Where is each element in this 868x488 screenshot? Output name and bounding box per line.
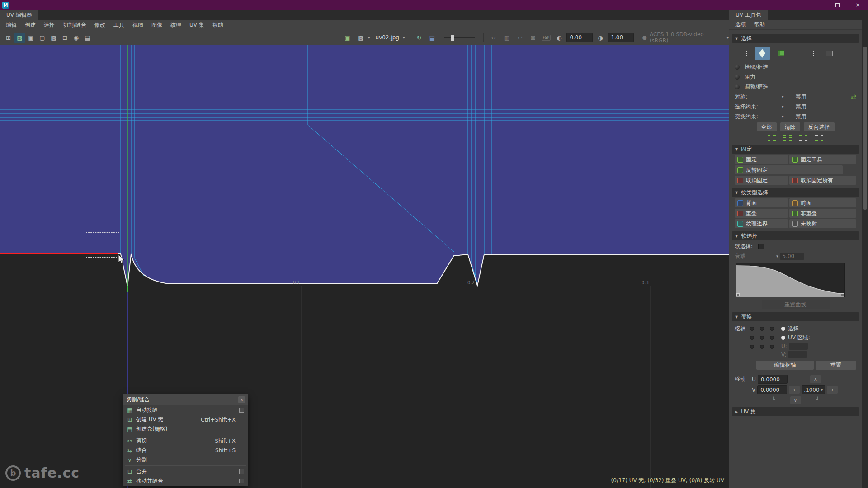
pan-zoom-icon[interactable]: ↔ <box>488 33 499 43</box>
section-header-select-by-type[interactable]: ▼ 按类型选择 <box>732 188 859 197</box>
expand-select-tool-icon[interactable] <box>802 47 818 60</box>
minimize-button[interactable] <box>807 0 827 10</box>
context-menu-close-icon[interactable]: × <box>238 396 245 403</box>
menu-image[interactable]: 图像 <box>147 20 166 30</box>
pivot-option-selection[interactable]: 选择 <box>781 325 810 333</box>
shrink-selection-icon[interactable] <box>766 134 778 141</box>
grid-select-tool-icon[interactable] <box>821 47 837 60</box>
texture-dropdown-icon[interactable]: ▾ <box>403 35 405 40</box>
move-corner-left-icon[interactable]: └ <box>769 397 778 403</box>
close-button[interactable]: × <box>848 0 868 10</box>
move-v-field[interactable]: 0.0000 <box>757 385 787 394</box>
menu-modify[interactable]: 修改 <box>90 20 109 30</box>
toolkit-menu-help[interactable]: 帮助 <box>750 20 769 29</box>
symmetry-icon[interactable]: ⇄ <box>851 93 856 100</box>
mode-tweak-marquee[interactable]: 调整/框选 <box>735 83 856 91</box>
texture-borders-button[interactable]: 纹理边界 <box>735 219 788 228</box>
marquee-select-tool-icon[interactable] <box>736 47 751 60</box>
pivot-dot[interactable] <box>770 327 774 331</box>
uv-grid-toggle-icon[interactable]: ⊞ <box>3 33 14 43</box>
pixel-snap-toggle-icon[interactable]: ⊡ <box>59 33 71 43</box>
pivot-dot[interactable] <box>770 336 774 340</box>
menu-textures[interactable]: 纹理 <box>166 20 185 30</box>
invert-selection-button[interactable]: 反向选择 <box>804 122 835 131</box>
unmapped-button[interactable]: 未映射 <box>789 219 856 228</box>
unpin-all-button[interactable]: 取消固定所有 <box>789 176 856 185</box>
curve-handle-right[interactable] <box>841 293 844 296</box>
select-constraint-dropdown-icon[interactable]: ▾ <box>782 104 784 109</box>
texture-name-label[interactable]: uv02.jpg <box>376 34 399 41</box>
pivot-v-field[interactable] <box>788 351 807 358</box>
exposure-slider-handle[interactable] <box>451 35 454 41</box>
menu-select[interactable]: 选择 <box>40 20 59 30</box>
uv-toolkit-tab[interactable]: UV 工具包 <box>729 10 768 20</box>
menu-item-split[interactable]: ∨ 分割 <box>123 455 248 465</box>
front-faces-button[interactable]: 前面 <box>789 198 856 207</box>
texture-image-range-icon[interactable]: ▤ <box>82 33 93 43</box>
exposure-field[interactable]: 0.00 <box>566 33 593 42</box>
menu-item-create-uv-shell[interactable]: ⊞ 创建 UV 壳 Ctrl+Shift+X <box>123 415 248 424</box>
refresh-texture-icon[interactable]: ↻ <box>413 33 425 43</box>
pin-tool-button[interactable]: 固定工具 <box>789 155 856 164</box>
shell-select-tool-icon[interactable] <box>774 47 789 60</box>
menu-cut-sew[interactable]: 切割/缝合 <box>59 20 90 30</box>
reset-curve-button[interactable]: 重置曲线 <box>762 300 830 309</box>
select-edge-loop-icon[interactable] <box>797 134 809 141</box>
soft-select-checkbox[interactable] <box>758 244 764 249</box>
menu-tools[interactable]: 工具 <box>109 20 128 30</box>
unpin-button[interactable]: 取消固定 <box>735 176 788 185</box>
image-display-toggle-icon[interactable]: ▣ <box>25 33 37 43</box>
symmetry-dropdown-icon[interactable]: ▾ <box>782 94 784 99</box>
fsp-icon[interactable]: FSP <box>540 33 552 43</box>
texture-display-icon[interactable]: ▣ <box>342 33 353 43</box>
toolkit-menu-options[interactable]: 选项 <box>731 20 750 29</box>
menu-item-auto-seams[interactable]: ▦ 自动接缝 <box>123 405 248 415</box>
transform-constraint-value[interactable]: 禁用 <box>796 113 807 121</box>
shaded-uv-toggle-icon[interactable]: ◉ <box>71 33 82 43</box>
toolkit-scrollbar[interactable] <box>862 20 868 488</box>
move-up-button[interactable]: ∧ <box>810 375 821 383</box>
option-box-icon[interactable] <box>239 469 244 474</box>
edit-pivot-button[interactable]: 编辑枢轴 <box>756 361 814 370</box>
section-header-soft-select[interactable]: ▼ 软选择 <box>732 231 859 240</box>
step-size-field[interactable]: .1000 ▾ <box>802 385 825 394</box>
gamma-field[interactable]: 1.00 <box>608 33 634 42</box>
select-all-button[interactable]: 全部 <box>757 122 777 131</box>
pivot-dot[interactable] <box>760 336 764 340</box>
pivot-dot[interactable] <box>750 336 754 340</box>
mode-pick-marquee[interactable]: 拾取/框选 <box>735 63 856 71</box>
menu-item-merge[interactable]: ⊟ 合并 <box>123 467 248 476</box>
uv-move-tool-icon[interactable] <box>755 47 770 60</box>
menu-edit[interactable]: 编辑 <box>2 20 21 30</box>
pivot-dot[interactable] <box>760 345 764 349</box>
pin-button[interactable]: 固定 <box>735 155 788 164</box>
select-border-icon[interactable] <box>813 134 825 141</box>
image-border-toggle-icon[interactable]: ▢ <box>37 33 48 43</box>
symmetry-value[interactable]: 禁用 <box>796 93 807 101</box>
option-box-icon[interactable] <box>239 479 244 483</box>
exposure-slider[interactable] <box>444 37 475 38</box>
maximize-button[interactable] <box>827 0 848 10</box>
mode-drag[interactable]: 阻力 <box>735 73 856 81</box>
menu-help[interactable]: 帮助 <box>208 20 227 30</box>
pivot-dot[interactable] <box>770 345 774 349</box>
pivot-dot[interactable] <box>750 345 754 349</box>
pivot-u-field[interactable] <box>789 343 808 350</box>
pivot-dot[interactable] <box>760 327 764 331</box>
section-header-pin[interactable]: ▼ 固定 <box>732 145 859 154</box>
menu-item-sew[interactable]: ⇆ 缝合 Shift+S <box>123 446 248 455</box>
pivot-position-grid[interactable] <box>750 327 774 358</box>
checker-map-icon[interactable]: ▩ <box>355 33 366 43</box>
section-header-select[interactable]: ▼ 选择 <box>732 34 859 43</box>
clear-image-icon[interactable]: ⊠ <box>527 33 538 43</box>
back-faces-button[interactable]: 背面 <box>735 198 788 207</box>
falloff-curve-editor[interactable] <box>736 263 845 297</box>
toolkit-scrollbar-thumb[interactable] <box>863 47 867 210</box>
grow-selection-icon[interactable] <box>782 134 793 141</box>
gamma-icon[interactable]: ◑ <box>594 33 606 43</box>
move-corner-right-icon[interactable]: ┘ <box>813 397 823 403</box>
context-menu-header[interactable]: 切割/缝合 × <box>123 394 248 405</box>
falloff-value-field[interactable]: 5.00 <box>780 253 804 260</box>
overlapping-button[interactable]: 重叠 <box>735 209 788 218</box>
menu-item-move-and-sew[interactable]: ⇄ 移动并缝合 <box>123 476 248 486</box>
